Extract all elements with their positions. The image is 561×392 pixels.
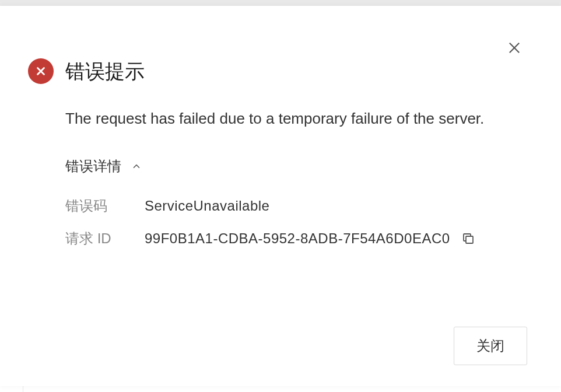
dialog-footer: 关闭 <box>454 327 527 365</box>
backdrop-bar <box>0 0 561 6</box>
dialog-title: 错误提示 <box>65 58 145 84</box>
close-icon <box>506 40 523 58</box>
error-code-label: 错误码 <box>65 197 145 215</box>
close-button[interactable]: 关闭 <box>454 327 527 365</box>
svg-rect-4 <box>466 236 473 243</box>
error-details-toggle[interactable]: 错误详情 <box>65 157 533 176</box>
request-id-value: 99F0B1A1-CDBA-5952-8ADB-7F54A6D0EAC0 <box>145 230 533 247</box>
dialog-header: 错误提示 <box>28 58 533 84</box>
request-id-label: 请求 ID <box>65 229 145 248</box>
error-details-label: 错误详情 <box>65 157 121 176</box>
error-code-text: ServiceUnavailable <box>145 198 269 214</box>
error-circle-icon <box>28 58 54 84</box>
error-code-value: ServiceUnavailable <box>145 198 533 214</box>
copy-icon[interactable] <box>461 231 476 246</box>
chevron-up-icon <box>131 160 142 172</box>
error-dialog: 错误提示 The request has failed due to a tem… <box>0 6 561 386</box>
error-details-section: 错误码 ServiceUnavailable 请求 ID 99F0B1A1-CD… <box>65 197 533 248</box>
dialog-close-icon-button[interactable] <box>505 40 524 58</box>
error-message: The request has failed due to a temporar… <box>65 106 509 131</box>
dialog-content: The request has failed due to a temporar… <box>65 106 533 248</box>
request-id-text: 99F0B1A1-CDBA-5952-8ADB-7F54A6D0EAC0 <box>145 230 450 247</box>
